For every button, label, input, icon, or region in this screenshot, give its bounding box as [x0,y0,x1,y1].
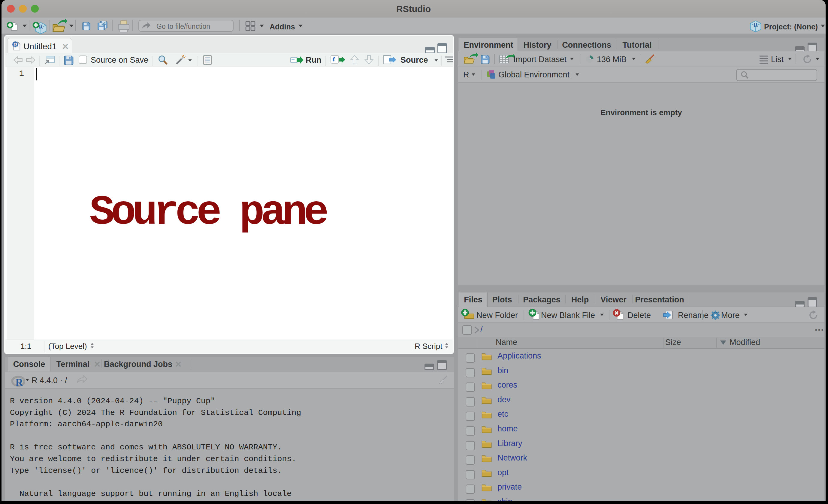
svg-text:R: R [13,42,17,48]
